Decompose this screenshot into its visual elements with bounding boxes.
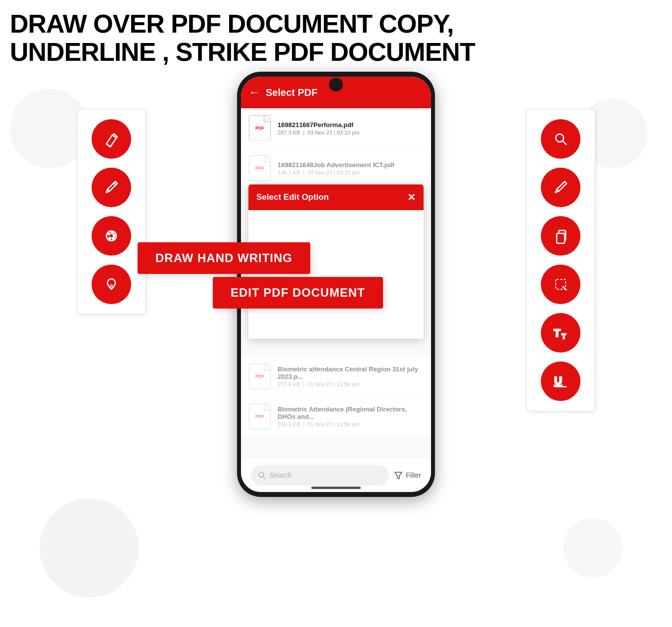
right-panel: T T U xyxy=(526,109,595,411)
pen-button[interactable] xyxy=(541,168,580,207)
copy-button[interactable] xyxy=(541,216,580,256)
draw-handwriting-button[interactable]: DRAW HAND WRITING xyxy=(138,242,310,274)
svg-text:T: T xyxy=(554,327,561,339)
svg-text:U: U xyxy=(554,374,562,387)
svg-point-6 xyxy=(110,285,113,288)
page-title-line2: UNDERLINE , STRIKE PDF DOCUMENT xyxy=(10,38,662,66)
svg-point-16 xyxy=(259,472,264,477)
back-button[interactable]: ← xyxy=(249,86,260,99)
underline-button[interactable]: U xyxy=(541,361,580,401)
selection-button[interactable] xyxy=(541,265,580,304)
deco-circle-4 xyxy=(563,518,623,578)
modal-body xyxy=(248,210,424,339)
svg-point-7 xyxy=(556,134,564,142)
filter-button[interactable]: Filter xyxy=(394,471,421,480)
svg-point-2 xyxy=(111,232,113,234)
edit-pdf-button[interactable]: EDIT PDF DOCUMENT xyxy=(213,277,383,309)
svg-marker-18 xyxy=(395,472,402,479)
text-size-button[interactable]: T T xyxy=(541,313,580,353)
deco-circle-1 xyxy=(40,498,139,597)
search-button[interactable] xyxy=(541,119,580,159)
left-panel xyxy=(77,109,146,314)
svg-rect-9 xyxy=(557,233,565,243)
search-icon xyxy=(258,471,266,479)
svg-line-8 xyxy=(563,141,567,145)
file-name: 1698211667Performa.pdf xyxy=(278,121,423,129)
search-placeholder: Search xyxy=(270,471,291,479)
phone-notch xyxy=(329,78,343,91)
page-title-line1: DRAW OVER PDF DOCUMENT COPY, xyxy=(10,10,662,38)
page-header: DRAW OVER PDF DOCUMENT COPY, UNDERLINE ,… xyxy=(10,10,662,66)
file-meta: 287.3 KB | 03 Nov 23 | 03:10 pm xyxy=(278,130,423,135)
filter-label: Filter xyxy=(406,471,421,479)
app-bar-title: Select PDF xyxy=(266,87,317,98)
dropper-button[interactable] xyxy=(92,265,131,304)
modal-close-button[interactable]: ✕ xyxy=(407,191,416,203)
filter-icon xyxy=(394,471,403,480)
palette-button[interactable] xyxy=(92,216,131,256)
pencil-button[interactable] xyxy=(92,168,131,207)
svg-point-4 xyxy=(112,237,114,239)
modal-header: Select Edit Option ✕ xyxy=(248,184,424,210)
eraser-button[interactable] xyxy=(92,119,131,159)
svg-line-17 xyxy=(263,477,265,479)
svg-point-3 xyxy=(113,234,115,236)
svg-text:T: T xyxy=(562,332,566,340)
svg-point-1 xyxy=(108,233,110,235)
svg-point-5 xyxy=(109,237,111,239)
search-box[interactable]: Search xyxy=(251,465,389,486)
phone-home-bar xyxy=(311,487,361,489)
pdf-icon: PDF xyxy=(249,115,271,141)
phone-device: ← Select PDF PDF 1698211667Performa.pdf … xyxy=(237,72,435,606)
modal-title: Select Edit Option xyxy=(256,192,329,202)
file-info: 1698211667Performa.pdf 287.3 KB | 03 Nov… xyxy=(278,121,423,135)
